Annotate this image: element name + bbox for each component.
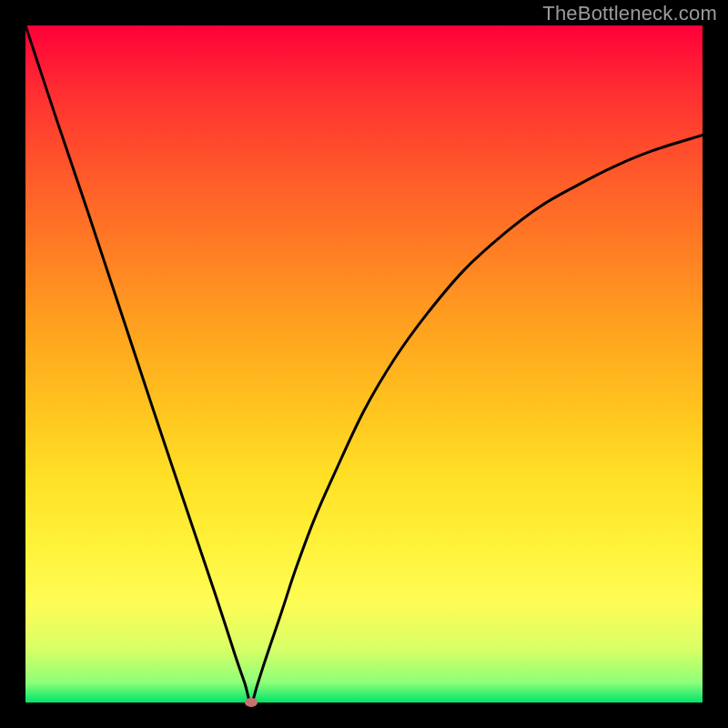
plot-area — [25, 25, 703, 703]
watermark-text: TheBottleneck.com — [542, 2, 717, 25]
chart-frame: TheBottleneck.com — [0, 0, 728, 728]
bottleneck-curve — [25, 25, 703, 703]
curve-layer — [25, 25, 703, 703]
minimum-marker — [245, 698, 258, 707]
